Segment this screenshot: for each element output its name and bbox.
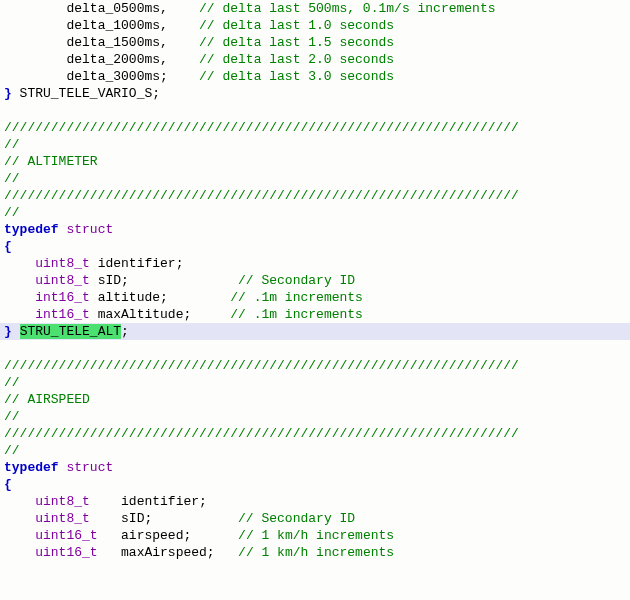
code-line[interactable]: // <box>0 204 630 221</box>
code-line[interactable]: int16_t altitude; // .1m increments <box>0 289 630 306</box>
type-name: int16_t <box>35 307 90 322</box>
code-line[interactable] <box>0 102 630 119</box>
type-name: uint8_t <box>35 511 90 526</box>
comment: // delta last 2.0 seconds <box>199 52 394 67</box>
type-name: uint16_t <box>35 545 97 560</box>
code-line[interactable]: ////////////////////////////////////////… <box>0 357 630 374</box>
code-line[interactable]: // <box>0 374 630 391</box>
comment: // Secondary ID <box>238 273 355 288</box>
code-line[interactable]: uint16_t airspeed; // 1 km/h increments <box>0 527 630 544</box>
code-line[interactable]: // AIRSPEED <box>0 391 630 408</box>
comment: // delta last 3.0 seconds <box>199 69 394 84</box>
code-block: delta_0500ms, // delta last 500ms, 0.1m/… <box>0 0 630 561</box>
keyword: { <box>4 477 12 492</box>
code-line[interactable]: ////////////////////////////////////////… <box>0 425 630 442</box>
comment: // <box>4 443 20 458</box>
type-name: struct <box>66 222 113 237</box>
code-line[interactable]: uint8_t sID; // Secondary ID <box>0 272 630 289</box>
comment: ////////////////////////////////////////… <box>4 358 519 373</box>
comment: ////////////////////////////////////////… <box>4 426 519 441</box>
keyword: typedef <box>4 460 59 475</box>
code-line[interactable]: ////////////////////////////////////////… <box>0 187 630 204</box>
comment: // delta last 1.5 seconds <box>199 35 394 50</box>
comment: // <box>4 137 20 152</box>
code-line[interactable]: } STRU_TELE_ALT; <box>0 323 630 340</box>
type-name: uint8_t <box>35 256 90 271</box>
keyword: } <box>4 86 12 101</box>
comment: // <box>4 409 20 424</box>
code-line[interactable]: typedef struct <box>0 459 630 476</box>
code-line[interactable]: // <box>0 170 630 187</box>
code-line[interactable]: // <box>0 442 630 459</box>
code-line[interactable]: uint16_t maxAirspeed; // 1 km/h incremen… <box>0 544 630 561</box>
type-name: struct <box>66 460 113 475</box>
comment: // .1m increments <box>230 290 363 305</box>
comment: // ALTIMETER <box>4 154 98 169</box>
comment: // .1m increments <box>230 307 363 322</box>
code-line[interactable]: { <box>0 238 630 255</box>
code-line[interactable]: delta_3000ms; // delta last 3.0 seconds <box>0 68 630 85</box>
comment: // <box>4 171 20 186</box>
code-line[interactable]: } STRU_TELE_VARIO_S; <box>0 85 630 102</box>
code-line[interactable]: uint8_t identifier; <box>0 493 630 510</box>
comment: // delta last 500ms, 0.1m/s increments <box>199 1 495 16</box>
code-line[interactable]: ////////////////////////////////////////… <box>0 119 630 136</box>
comment: ////////////////////////////////////////… <box>4 120 519 135</box>
comment: // delta last 1.0 seconds <box>199 18 394 33</box>
type-name: uint16_t <box>35 528 97 543</box>
type-name: uint8_t <box>35 273 90 288</box>
comment: // Secondary ID <box>238 511 355 526</box>
comment: // 1 km/h increments <box>238 545 394 560</box>
code-line[interactable]: // <box>0 408 630 425</box>
type-name: int16_t <box>35 290 90 305</box>
code-line[interactable]: uint8_t identifier; <box>0 255 630 272</box>
code-line[interactable]: // ALTIMETER <box>0 153 630 170</box>
keyword: { <box>4 239 12 254</box>
code-line[interactable]: int16_t maxAltitude; // .1m increments <box>0 306 630 323</box>
code-line[interactable] <box>0 340 630 357</box>
code-line[interactable]: delta_0500ms, // delta last 500ms, 0.1m/… <box>0 0 630 17</box>
code-line[interactable]: // <box>0 136 630 153</box>
code-line[interactable]: delta_1500ms, // delta last 1.5 seconds <box>0 34 630 51</box>
code-line[interactable]: { <box>0 476 630 493</box>
code-line[interactable]: delta_2000ms, // delta last 2.0 seconds <box>0 51 630 68</box>
code-line[interactable]: typedef struct <box>0 221 630 238</box>
comment: // <box>4 205 20 220</box>
selection: STRU_TELE_ALT <box>20 324 121 339</box>
type-name: uint8_t <box>35 494 90 509</box>
comment: // 1 km/h increments <box>238 528 394 543</box>
code-line[interactable]: delta_1000ms, // delta last 1.0 seconds <box>0 17 630 34</box>
keyword: } <box>4 324 12 339</box>
code-line[interactable]: uint8_t sID; // Secondary ID <box>0 510 630 527</box>
comment: // <box>4 375 20 390</box>
keyword: typedef <box>4 222 59 237</box>
comment: ////////////////////////////////////////… <box>4 188 519 203</box>
comment: // AIRSPEED <box>4 392 90 407</box>
